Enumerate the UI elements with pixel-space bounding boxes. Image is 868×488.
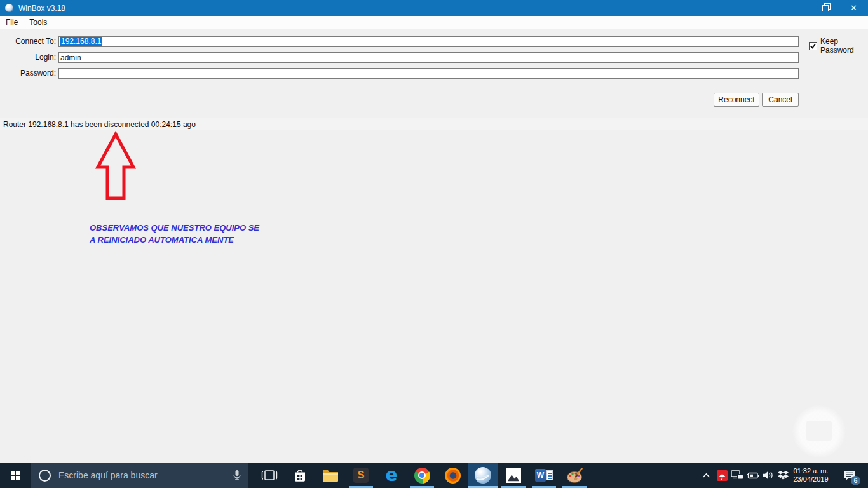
annotation-line-1: OBSERVAMOS QUE NUESTRO EQUIPO SE xyxy=(90,222,259,234)
avira-icon xyxy=(717,470,728,481)
edge-icon: e xyxy=(386,467,398,484)
firefox-icon xyxy=(445,468,461,484)
chrome-icon xyxy=(414,468,430,484)
microsoft-store-icon xyxy=(292,468,308,483)
restore-icon xyxy=(822,5,829,11)
titlebar[interactable]: WinBox v3.18 ✕ xyxy=(0,0,868,16)
keep-password-label: Keep Password xyxy=(820,37,868,55)
connect-to-label: Connect To: xyxy=(1,36,56,47)
minimize-button[interactable] xyxy=(782,0,811,16)
faint-watermark xyxy=(792,405,846,458)
task-view-icon xyxy=(261,470,278,481)
paint-icon xyxy=(566,468,583,484)
word-icon: W xyxy=(535,469,553,482)
windows-logo-icon xyxy=(11,471,20,480)
notification-count-badge: 6 xyxy=(851,476,860,485)
keep-password-group: Keep Password xyxy=(809,37,868,55)
tray-battery[interactable] xyxy=(745,463,760,488)
status-message: Router 192.168.8.1 has been disconnected… xyxy=(3,120,196,129)
red-up-arrow-icon xyxy=(95,131,137,201)
window-title: WinBox v3.18 xyxy=(18,4,65,13)
cortana-icon xyxy=(39,470,51,482)
window-controls: ✕ xyxy=(782,0,868,16)
keep-password-checkbox[interactable] xyxy=(809,42,817,50)
action-center-button[interactable]: 6 xyxy=(837,463,862,488)
minimize-icon xyxy=(794,8,800,8)
network-icon xyxy=(731,470,744,480)
status-row[interactable]: Router 192.168.8.1 has been disconnected… xyxy=(0,118,868,130)
taskbar-word[interactable]: W xyxy=(529,463,559,488)
restore-button[interactable] xyxy=(811,0,839,16)
connect-to-field[interactable]: 192.168.8.1 xyxy=(58,36,799,47)
cancel-button[interactable]: Cancel xyxy=(762,93,799,107)
close-button[interactable]: ✕ xyxy=(839,0,868,16)
taskbar-file-explorer[interactable] xyxy=(315,463,346,488)
taskbar-sublime-text[interactable]: S xyxy=(346,463,376,488)
microphone-icon[interactable] xyxy=(233,470,241,481)
sublime-text-icon: S xyxy=(353,468,369,483)
dropbox-icon xyxy=(778,470,789,480)
tray-clock[interactable]: 01:32 a. m. 23/04/2019 xyxy=(790,463,831,488)
password-label: Password: xyxy=(1,68,56,79)
reconnect-button[interactable]: Reconnect xyxy=(714,93,759,107)
tray-network[interactable] xyxy=(729,463,745,488)
connect-to-value: 192.168.8.1 xyxy=(60,37,102,46)
tray-avira[interactable] xyxy=(716,463,728,488)
password-field[interactable] xyxy=(58,68,799,79)
login-label: Login: xyxy=(1,52,56,63)
menu-bar: File Tools xyxy=(0,16,868,29)
photos-icon xyxy=(506,468,521,483)
taskbar-winbox[interactable] xyxy=(468,463,498,488)
taskbar-google-chrome[interactable] xyxy=(407,463,437,488)
taskbar: S e xyxy=(0,463,868,488)
taskbar-firefox[interactable] xyxy=(437,463,468,488)
screen: WinBox v3.18 ✕ File Tools Connect To: 19… xyxy=(0,0,868,488)
battery-icon xyxy=(746,471,759,480)
checkmark-icon xyxy=(810,43,817,50)
taskbar-search[interactable] xyxy=(31,463,248,488)
close-icon: ✕ xyxy=(850,4,857,12)
login-field[interactable] xyxy=(58,52,799,63)
winbox-icon xyxy=(475,467,491,484)
annotation-note: OBSERVAMOS QUE NUESTRO EQUIPO SE A REINI… xyxy=(90,222,259,246)
annotation-line-2: A REINICIADO AUTOMATICA MENTE xyxy=(90,234,259,246)
tray-chevron-up[interactable] xyxy=(700,463,712,488)
winbox-app-icon xyxy=(5,4,13,12)
taskbar-paint[interactable] xyxy=(559,463,590,488)
clock-time: 01:32 a. m. xyxy=(790,467,831,475)
taskbar-task-view[interactable] xyxy=(254,463,285,488)
volume-icon xyxy=(763,471,775,480)
clock-date: 23/04/2019 xyxy=(790,475,831,484)
start-button[interactable] xyxy=(0,463,31,488)
taskbar-microsoft-edge[interactable]: e xyxy=(376,463,407,488)
tray-volume[interactable] xyxy=(761,463,776,488)
taskbar-microsoft-store[interactable] xyxy=(285,463,315,488)
file-explorer-icon xyxy=(322,469,339,482)
menu-tools[interactable]: Tools xyxy=(24,16,53,29)
taskbar-photos[interactable] xyxy=(498,463,529,488)
chevron-up-icon xyxy=(702,473,710,478)
menu-file[interactable]: File xyxy=(0,16,24,29)
tray-dropbox[interactable] xyxy=(776,463,790,488)
search-input[interactable] xyxy=(57,470,233,481)
